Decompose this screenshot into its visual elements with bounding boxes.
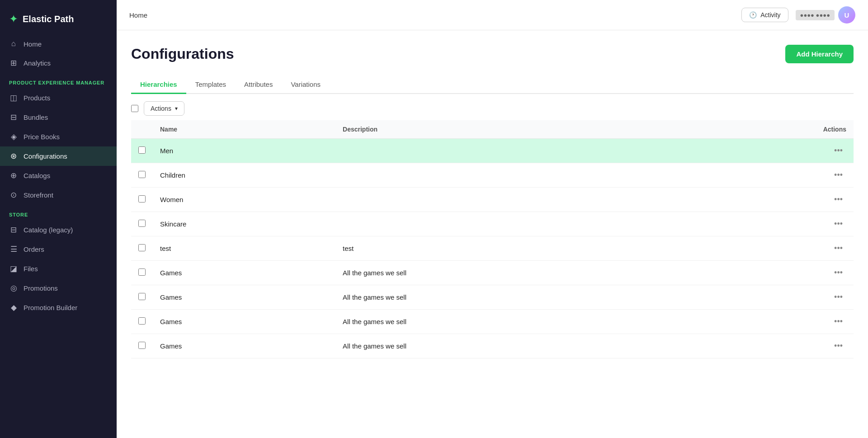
row-checkbox-4[interactable] [138, 244, 146, 251]
activity-button[interactable]: 🕐 Activity [741, 8, 788, 22]
table-row: Games All the games we sell ••• [131, 285, 854, 310]
nav-icon-promotion-builder: ◆ [9, 303, 18, 312]
page-title: Configurations [131, 46, 234, 62]
row-description-5: All the games we sell [335, 261, 685, 285]
row-actions-4: ••• [685, 236, 854, 261]
nav-icon-home: ⌂ [9, 39, 18, 48]
nav-icon-bundles: ⊟ [9, 113, 18, 122]
tab-variations[interactable]: Variations [282, 76, 330, 94]
nav-icon-configurations: ⊛ [9, 151, 18, 161]
row-description-3 [335, 212, 685, 236]
row-name-6: Games [153, 285, 335, 310]
col-name: Name [153, 120, 335, 139]
row-name-1: Children [153, 163, 335, 188]
nav-label-analytics: Analytics [24, 59, 51, 67]
nav-icon-promotions: ◎ [9, 283, 18, 293]
main-content: Home 🕐 Activity ●●●● ●●●● U Configuratio… [117, 0, 868, 438]
row-description-4: test [335, 236, 685, 261]
top-nav: ⌂Home⊞Analytics [0, 34, 117, 73]
actions-dropdown-button[interactable]: Actions ▾ [144, 101, 184, 116]
topbar: Home 🕐 Activity ●●●● ●●●● U [117, 0, 868, 30]
sidebar-item-analytics[interactable]: ⊞Analytics [0, 53, 117, 73]
nav-icon-analytics: ⊞ [9, 58, 18, 68]
row-checkbox-2[interactable] [138, 195, 146, 203]
sidebar-item-bundles[interactable]: ⊟Bundles [0, 108, 117, 127]
row-more-button-0[interactable]: ••• [830, 145, 846, 156]
pem-section: PRODUCT EXPERIENCE MANAGER◫Products⊟Bund… [0, 73, 117, 205]
row-name-5: Games [153, 261, 335, 285]
table-row: Games All the games we sell ••• [131, 310, 854, 334]
avatar-name-blurred: ●●●● ●●●● [796, 10, 835, 20]
row-more-button-2[interactable]: ••• [830, 194, 846, 205]
nav-icon-orders: ☰ [9, 245, 18, 254]
row-description-7: All the games we sell [335, 310, 685, 334]
sidebar-item-storefront[interactable]: ⊙Storefront [0, 185, 117, 205]
row-actions-2: ••• [685, 188, 854, 212]
sidebar-item-catalogs[interactable]: ⊕Catalogs [0, 166, 117, 185]
row-checkbox-7[interactable] [138, 317, 146, 325]
sidebar-item-files[interactable]: ◪Files [0, 259, 117, 278]
row-checkbox-3[interactable] [138, 220, 146, 227]
actions-label: Actions [151, 105, 171, 112]
row-description-2 [335, 188, 685, 212]
row-checkbox-cell [131, 163, 153, 188]
logo: ✦ Elastic Path [0, 0, 117, 34]
sidebar-item-orders[interactable]: ☰Orders [0, 240, 117, 259]
sidebar-item-catalog-legacy[interactable]: ⊟Catalog (legacy) [0, 220, 117, 240]
sidebar-item-products[interactable]: ◫Products [0, 88, 117, 108]
chevron-down-icon: ▾ [175, 105, 178, 112]
table-row: Men ••• [131, 139, 854, 163]
nav-icon-catalogs: ⊕ [9, 171, 18, 180]
nav-icon-products: ◫ [9, 93, 18, 103]
row-more-button-1[interactable]: ••• [830, 170, 846, 181]
logo-text: Elastic Path [23, 14, 74, 24]
row-more-button-6[interactable]: ••• [830, 292, 846, 303]
nav-label-orders: Orders [24, 245, 44, 253]
activity-label: Activity [760, 11, 780, 19]
row-checkbox-cell [131, 285, 153, 310]
table-body: Men ••• Children ••• Women ••• Skincare … [131, 139, 854, 358]
row-checkbox-cell [131, 139, 153, 163]
tab-hierarchies[interactable]: Hierarchies [131, 76, 186, 94]
row-more-button-3[interactable]: ••• [830, 218, 846, 230]
sidebar-item-home[interactable]: ⌂Home [0, 34, 117, 53]
logo-icon: ✦ [9, 13, 18, 25]
nav-icon-catalog-legacy: ⊟ [9, 225, 18, 235]
row-actions-1: ••• [685, 163, 854, 188]
nav-label-products: Products [24, 94, 50, 102]
row-name-0: Men [153, 139, 335, 163]
row-actions-3: ••• [685, 212, 854, 236]
row-checkbox-1[interactable] [138, 171, 146, 178]
table-row: Children ••• [131, 163, 854, 188]
nav-icon-storefront: ⊙ [9, 190, 18, 200]
tab-attributes[interactable]: Attributes [235, 76, 282, 94]
row-description-8: All the games we sell [335, 334, 685, 358]
table-controls: Actions ▾ [131, 94, 854, 120]
sidebar-item-price-books[interactable]: ◈Price Books [0, 127, 117, 146]
row-actions-0: ••• [685, 139, 854, 163]
row-checkbox-8[interactable] [138, 342, 146, 349]
tab-templates[interactable]: Templates [186, 76, 235, 94]
row-more-button-7[interactable]: ••• [830, 316, 846, 327]
row-checkbox-6[interactable] [138, 293, 146, 300]
table-row: Women ••• [131, 188, 854, 212]
sidebar-item-promotions[interactable]: ◎Promotions [0, 278, 117, 298]
sidebar-item-promotion-builder[interactable]: ◆Promotion Builder [0, 298, 117, 317]
row-more-button-4[interactable]: ••• [830, 243, 846, 254]
row-more-button-5[interactable]: ••• [830, 267, 846, 278]
row-actions-8: ••• [685, 334, 854, 358]
sidebar-item-configurations[interactable]: ⊛Configurations [0, 146, 117, 166]
avatar[interactable]: U [838, 6, 855, 24]
row-description-6: All the games we sell [335, 285, 685, 310]
col-checkbox [131, 120, 153, 139]
nav-label-files: Files [24, 265, 38, 273]
clock-icon: 🕐 [749, 11, 757, 19]
row-checkbox-0[interactable] [138, 146, 146, 154]
hierarchies-table: Name Description Actions Men ••• Childre… [131, 120, 854, 358]
add-hierarchy-button[interactable]: Add Hierarchy [785, 45, 854, 63]
table-header: Name Description Actions [131, 120, 854, 139]
row-more-button-8[interactable]: ••• [830, 340, 846, 352]
select-all-checkbox[interactable] [131, 105, 138, 112]
row-checkbox-5[interactable] [138, 268, 146, 276]
row-checkbox-cell [131, 212, 153, 236]
